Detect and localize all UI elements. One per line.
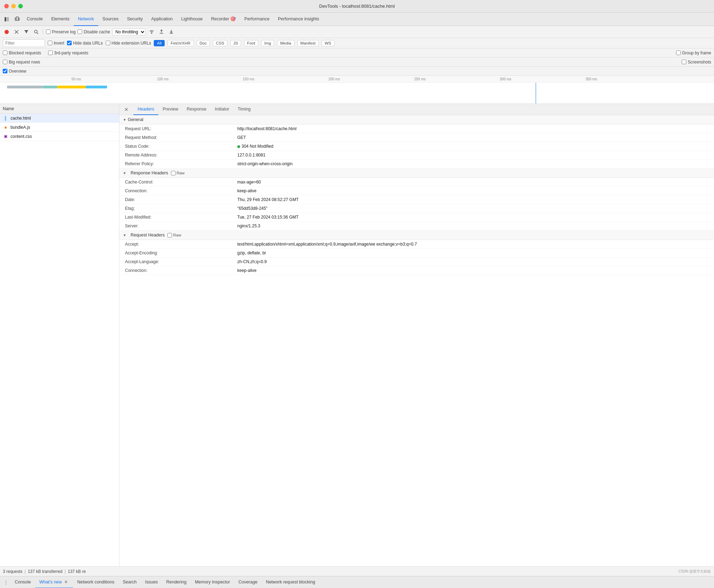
- general-section-header[interactable]: ▼ General: [119, 115, 714, 125]
- filter-type-font[interactable]: Font: [244, 40, 258, 46]
- css-file-icon: ▣: [3, 134, 8, 139]
- nav-tab-recorder[interactable]: Recorder 🎯: [207, 13, 240, 26]
- svg-rect-4: [18, 18, 19, 20]
- preserve-log-input[interactable]: [46, 29, 51, 34]
- ruler-mark-50: 50 ms: [71, 77, 81, 81]
- request-method-value: GET: [237, 135, 708, 140]
- drawer-tab-network-request-blocking[interactable]: Network request blocking: [262, 576, 319, 588]
- disable-cache-checkbox[interactable]: Disable cache: [78, 29, 110, 34]
- drawer-tab-rendering[interactable]: Rendering: [162, 576, 191, 588]
- upload-icon[interactable]: [158, 28, 165, 36]
- status-dot: [237, 145, 240, 148]
- detail-tab-preview[interactable]: Preview: [158, 104, 182, 115]
- drawer-dots-icon[interactable]: ⋮: [1, 578, 11, 587]
- nav-tab-performance-insights[interactable]: Performance insights: [274, 13, 323, 26]
- nav-tab-network[interactable]: Network: [74, 13, 98, 26]
- detail-tab-headers[interactable]: Headers: [133, 104, 158, 115]
- drawer-tab-coverage[interactable]: Coverage: [234, 576, 262, 588]
- resp-row-last-modified: Last-Modified: Tue, 27 Feb 2024 03:15:36…: [119, 213, 714, 222]
- hide-data-urls-input[interactable]: [67, 41, 72, 45]
- etag-key: Etag:: [125, 206, 237, 211]
- response-raw-input[interactable]: [171, 171, 176, 175]
- nav-tab-sources[interactable]: Sources: [98, 13, 123, 26]
- throttle-select[interactable]: No throttling Slow 3G Fast 3G: [112, 28, 146, 35]
- drawer-tab-memory-inspector[interactable]: Memory Inspector: [191, 576, 234, 588]
- disable-cache-input[interactable]: [78, 29, 82, 34]
- close-button[interactable]: [4, 4, 9, 8]
- request-headers-title: Request Headers: [131, 233, 165, 238]
- filter-type-manifest[interactable]: Manifest: [297, 40, 319, 46]
- hide-extension-urls-input[interactable]: [106, 41, 110, 45]
- whats-new-close-icon[interactable]: ✕: [63, 579, 69, 585]
- blocked-requests-checkbox[interactable]: Blocked requests: [3, 51, 41, 55]
- device-icon[interactable]: [12, 14, 22, 25]
- search-button[interactable]: [32, 28, 40, 36]
- detail-close-button[interactable]: ✕: [122, 105, 131, 114]
- file-item-bundle-js[interactable]: ■ bundleA.js: [0, 123, 119, 132]
- nav-tab-application[interactable]: Application: [147, 13, 177, 26]
- preserve-log-checkbox[interactable]: Preserve log: [46, 29, 75, 34]
- blocked-requests-input[interactable]: [3, 51, 7, 55]
- timeline-bar-queueing: [7, 86, 43, 88]
- screenshots-input[interactable]: [682, 60, 686, 64]
- nav-tab-console[interactable]: Console: [22, 13, 47, 26]
- hide-extension-urls-checkbox[interactable]: Hide extension URLs: [106, 41, 151, 46]
- filter-type-css[interactable]: CSS: [213, 40, 227, 46]
- ruler-mark-100: 100 ms: [157, 77, 168, 81]
- clear-button[interactable]: [13, 28, 20, 36]
- response-raw-checkbox[interactable]: Raw: [171, 171, 185, 175]
- big-request-rows-input[interactable]: [3, 60, 7, 64]
- group-by-frame-checkbox[interactable]: Group by frame: [676, 51, 711, 55]
- filter-type-doc[interactable]: Doc: [197, 40, 210, 46]
- nav-tab-lighthouse[interactable]: Lighthouse: [177, 13, 207, 26]
- overview-input[interactable]: [3, 69, 7, 73]
- filter-type-img[interactable]: Img: [261, 40, 274, 46]
- request-raw-checkbox[interactable]: Raw: [167, 233, 181, 238]
- file-list: Name ║ cache.html ■ bundleA.js ▣ content…: [0, 104, 119, 566]
- req-row-accept-language: Accept-Language: zh-CN,zh;q=0.9: [119, 258, 714, 266]
- nav-tab-performance[interactable]: Performance: [240, 13, 274, 26]
- invert-checkbox[interactable]: Invert: [48, 41, 64, 46]
- drawer-tab-search[interactable]: Search: [119, 576, 141, 588]
- detail-tab-response[interactable]: Response: [183, 104, 211, 115]
- screenshots-checkbox[interactable]: Screenshots: [682, 60, 711, 65]
- record-button[interactable]: [3, 28, 11, 36]
- filter-type-fetch-xhr[interactable]: Fetch/XHR: [167, 40, 193, 46]
- drawer-tab-issues[interactable]: Issues: [141, 576, 162, 588]
- hide-data-urls-checkbox[interactable]: Hide data URLs: [67, 41, 103, 46]
- drawer-tabs: ⋮ Console What's new ✕ Network condition…: [0, 576, 714, 588]
- drawer-tab-whats-new[interactable]: What's new ✕: [35, 576, 73, 588]
- drawer-tab-network-conditions[interactable]: Network conditions: [73, 576, 119, 588]
- third-party-checkbox[interactable]: 3rd-party requests: [48, 51, 88, 55]
- third-party-input[interactable]: [48, 51, 53, 55]
- big-request-rows-checkbox[interactable]: Big request rows: [3, 60, 40, 65]
- filter-input[interactable]: [3, 39, 45, 47]
- group-by-frame-input[interactable]: [676, 51, 681, 55]
- invert-input[interactable]: [48, 41, 52, 45]
- maximize-button[interactable]: [18, 4, 23, 8]
- wifi-icon[interactable]: [148, 28, 156, 36]
- filter-button[interactable]: [22, 28, 30, 36]
- detail-tab-timing[interactable]: Timing: [233, 104, 255, 115]
- nav-tab-security[interactable]: Security: [123, 13, 147, 26]
- resp-row-server: Server: nginx/1.25.3: [119, 222, 714, 230]
- file-item-cache-html[interactable]: ║ cache.html: [0, 114, 119, 123]
- filter-type-ws[interactable]: WS: [322, 40, 335, 46]
- file-item-content-css[interactable]: ▣ content.css: [0, 132, 119, 141]
- overview-row: Overview: [0, 67, 714, 76]
- minimize-button[interactable]: [11, 4, 16, 8]
- detail-body: ▼ General Request URL: http://localhost:…: [119, 115, 714, 566]
- drawer-tab-console[interactable]: Console: [11, 576, 35, 588]
- overview-checkbox[interactable]: Overview: [3, 69, 26, 74]
- filter-type-media[interactable]: Media: [277, 40, 294, 46]
- filter-type-js[interactable]: JS: [230, 40, 241, 46]
- detail-tab-initiator[interactable]: Initiator: [211, 104, 233, 115]
- response-headers-section-header[interactable]: ▼ Response Headers Raw: [119, 168, 714, 178]
- filter-type-all[interactable]: All: [154, 40, 165, 46]
- request-headers-section-header[interactable]: ▼ Request Headers Raw: [119, 230, 714, 240]
- download-icon[interactable]: [167, 28, 175, 36]
- nav-tab-elements[interactable]: Elements: [47, 13, 74, 26]
- window-title: DevTools - localhost:8081/cache.html: [319, 4, 395, 9]
- request-raw-input[interactable]: [167, 233, 172, 238]
- dock-icon[interactable]: [1, 14, 12, 25]
